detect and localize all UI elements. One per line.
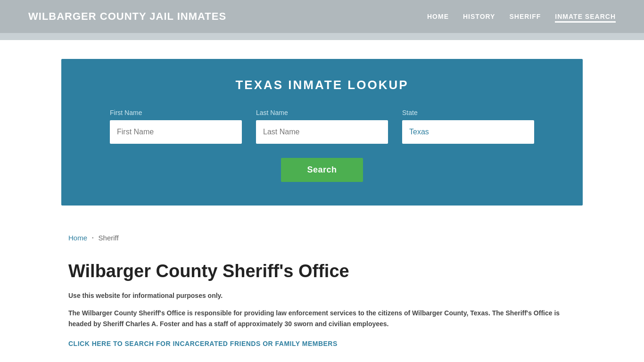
- breadcrumb: Home • Sheriff: [0, 224, 644, 251]
- breadcrumb-current: Sheriff: [99, 234, 119, 242]
- site-header: WILBARGER COUNTY JAIL INMATES HOME HISTO…: [0, 0, 644, 33]
- search-button-container: Search: [90, 158, 554, 182]
- search-fields: First Name Last Name State: [90, 109, 554, 144]
- search-title: TEXAS INMATE LOOKUP: [90, 78, 554, 92]
- first-name-group: First Name: [110, 109, 242, 144]
- description: The Wilbarger County Sheriff's Office is…: [68, 308, 563, 330]
- last-name-label: Last Name: [256, 109, 388, 116]
- first-name-input[interactable]: [110, 120, 242, 144]
- breadcrumb-separator: •: [92, 235, 94, 240]
- state-input[interactable]: [402, 120, 534, 144]
- site-title: WILBARGER COUNTY JAIL INMATES: [28, 10, 226, 23]
- main-content: Wilbarger County Sheriff's Office Use th…: [0, 251, 644, 362]
- last-name-input[interactable]: [256, 120, 388, 144]
- cta-link[interactable]: CLICK HERE to Search for Incarcerated Fr…: [68, 340, 338, 347]
- nav-history[interactable]: HISTORY: [463, 10, 495, 23]
- last-name-group: Last Name: [256, 109, 388, 144]
- nav-home[interactable]: HOME: [427, 10, 449, 23]
- page-heading: Wilbarger County Sheriff's Office: [68, 261, 576, 282]
- nav-inmate-search[interactable]: INMATE SEARCH: [555, 10, 616, 23]
- state-label: State: [402, 109, 534, 116]
- first-name-label: First Name: [110, 109, 242, 116]
- nav-sheriff[interactable]: SHERIFF: [509, 10, 541, 23]
- search-button[interactable]: Search: [281, 158, 363, 182]
- header-bar: [0, 33, 644, 40]
- main-nav: HOME HISTORY SHERIFF INMATE SEARCH: [427, 10, 616, 23]
- search-section: TEXAS INMATE LOOKUP First Name Last Name…: [61, 59, 583, 206]
- state-group: State: [402, 109, 534, 144]
- breadcrumb-home-link[interactable]: Home: [68, 234, 87, 242]
- info-notice: Use this website for informational purpo…: [68, 292, 576, 299]
